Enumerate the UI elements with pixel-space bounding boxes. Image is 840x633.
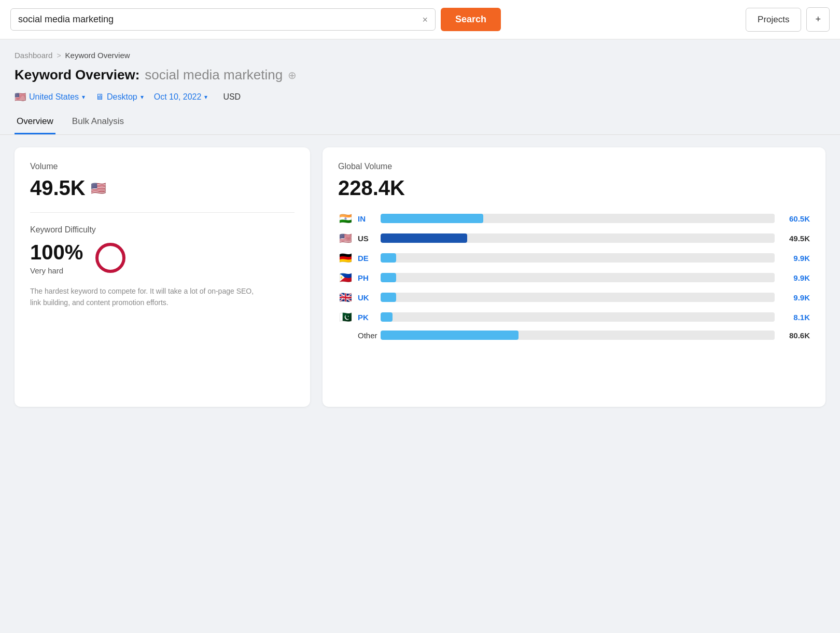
- other-bar-fill: [381, 331, 519, 340]
- breadcrumb-separator: >: [57, 51, 61, 60]
- volume-flag: 🇺🇸: [91, 181, 106, 196]
- country-code-4[interactable]: UK: [358, 293, 375, 302]
- breadcrumb-home[interactable]: Dashboard: [15, 51, 52, 60]
- svg-point-1: [97, 244, 124, 271]
- country-row: 🇮🇳 IN 60.5K: [338, 212, 810, 225]
- search-input[interactable]: [18, 14, 418, 25]
- country-row: 🇬🇧 UK 9.9K: [338, 291, 810, 304]
- volume-value-row: 49.5K 🇺🇸: [30, 176, 295, 200]
- page-title-area: Keyword Overview: social media marketing…: [0, 63, 840, 88]
- country-value-1: 49.5K: [780, 234, 810, 243]
- country-code-3[interactable]: PH: [358, 273, 375, 282]
- country-bar-container-3: [381, 273, 775, 282]
- country-bar-container-4: [381, 293, 775, 302]
- other-row: Other 80.6K: [338, 331, 810, 340]
- other-bar-container: [381, 331, 775, 340]
- device-chevron-icon: ▾: [141, 93, 144, 101]
- cards-row: Volume 49.5K 🇺🇸 Keyword Difficulty 100% …: [0, 147, 840, 407]
- country-bar-fill-4: [381, 293, 396, 302]
- volume-number: 49.5K: [30, 176, 86, 200]
- tabs-row: Overview Bulk Analysis: [0, 111, 840, 135]
- kd-circle-chart: [93, 241, 128, 275]
- country-flag-4: 🇬🇧: [338, 291, 353, 304]
- kd-hard-label: Very hard: [30, 266, 83, 275]
- country-code-2[interactable]: DE: [358, 254, 375, 263]
- tab-bulk-analysis[interactable]: Bulk Analysis: [70, 111, 126, 134]
- clear-icon[interactable]: ×: [422, 15, 428, 24]
- country-bar-fill-2: [381, 253, 396, 263]
- country-flag-3: 🇵🇭: [338, 271, 353, 284]
- device-filter[interactable]: 🖥 Desktop ▾: [95, 92, 144, 102]
- device-label: Desktop: [107, 92, 137, 102]
- country-bar-container-5: [381, 312, 775, 322]
- currency-label: USD: [223, 92, 241, 102]
- volume-card: Volume 49.5K 🇺🇸 Keyword Difficulty 100% …: [15, 147, 310, 407]
- country-value-3: 9.9K: [780, 273, 810, 282]
- kd-row: 100% Very hard: [30, 241, 295, 275]
- country-label: United States: [29, 92, 79, 102]
- country-flag: 🇺🇸: [15, 91, 26, 103]
- country-flag-1: 🇺🇸: [338, 232, 353, 244]
- global-volume-card: Global Volume 228.4K 🇮🇳 IN 60.5K 🇺🇸 US 4…: [323, 147, 825, 407]
- country-bar-container-2: [381, 253, 775, 263]
- filters-row: 🇺🇸 United States ▾ 🖥 Desktop ▾ Oct 10, 2…: [0, 88, 840, 111]
- kd-value: 100%: [30, 241, 83, 264]
- kd-label: Keyword Difficulty: [30, 225, 295, 235]
- country-row: 🇩🇪 DE 9.9K: [338, 252, 810, 264]
- projects-button[interactable]: Projects: [746, 8, 801, 32]
- device-icon: 🖥: [95, 92, 104, 102]
- search-button[interactable]: Search: [441, 8, 501, 31]
- country-value-0: 60.5K: [780, 214, 810, 223]
- country-code-5[interactable]: PK: [358, 313, 375, 322]
- country-value-2: 9.9K: [780, 254, 810, 263]
- country-chevron-icon: ▾: [82, 93, 85, 101]
- other-value: 80.6K: [780, 331, 810, 340]
- country-bar-fill-0: [381, 214, 483, 223]
- country-bar-container-0: [381, 214, 775, 223]
- country-rows: 🇮🇳 IN 60.5K 🇺🇸 US 49.5K 🇩🇪 DE 9.9K 🇵🇭 PH…: [338, 212, 810, 323]
- search-bar: × Search Projects +: [0, 0, 840, 39]
- country-flag-2: 🇩🇪: [338, 252, 353, 264]
- global-volume-label: Global Volume: [338, 162, 810, 171]
- country-filter[interactable]: 🇺🇸 United States ▾: [15, 91, 85, 103]
- volume-label: Volume: [30, 162, 295, 171]
- date-label: Oct 10, 2022: [154, 92, 202, 102]
- global-volume-value: 228.4K: [338, 176, 810, 200]
- breadcrumb: Dashboard > Keyword Overview: [0, 39, 840, 63]
- page-title-prefix: Keyword Overview:: [15, 67, 139, 83]
- other-label-text: Other: [358, 331, 375, 340]
- page-title-keyword: social media marketing: [145, 67, 283, 83]
- country-row: 🇵🇰 PK 8.1K: [338, 311, 810, 323]
- country-bar-container-1: [381, 233, 775, 243]
- country-flag-0: 🇮🇳: [338, 212, 353, 225]
- country-bar-fill-3: [381, 273, 396, 282]
- breadcrumb-current: Keyword Overview: [65, 51, 130, 60]
- kd-value-wrapper: 100% Very hard: [30, 241, 83, 275]
- country-row: 🇺🇸 US 49.5K: [338, 232, 810, 244]
- search-input-wrapper: ×: [10, 8, 436, 31]
- country-value-4: 9.9K: [780, 293, 810, 302]
- country-code-1[interactable]: US: [358, 234, 375, 243]
- date-filter[interactable]: Oct 10, 2022 ▾: [154, 92, 208, 102]
- kd-description: The hardest keyword to compete for. It w…: [30, 285, 258, 309]
- country-bar-fill-5: [381, 312, 393, 322]
- card-divider: [30, 212, 295, 213]
- country-row: 🇵🇭 PH 9.9K: [338, 271, 810, 284]
- country-flag-5: 🇵🇰: [338, 311, 353, 323]
- tab-overview[interactable]: Overview: [15, 111, 55, 134]
- country-value-5: 8.1K: [780, 313, 810, 322]
- country-code-0[interactable]: IN: [358, 214, 375, 223]
- country-bar-fill-1: [381, 233, 467, 243]
- add-project-button[interactable]: +: [806, 7, 830, 32]
- date-chevron-icon: ▾: [204, 93, 207, 101]
- add-keyword-icon[interactable]: ⊕: [288, 69, 297, 81]
